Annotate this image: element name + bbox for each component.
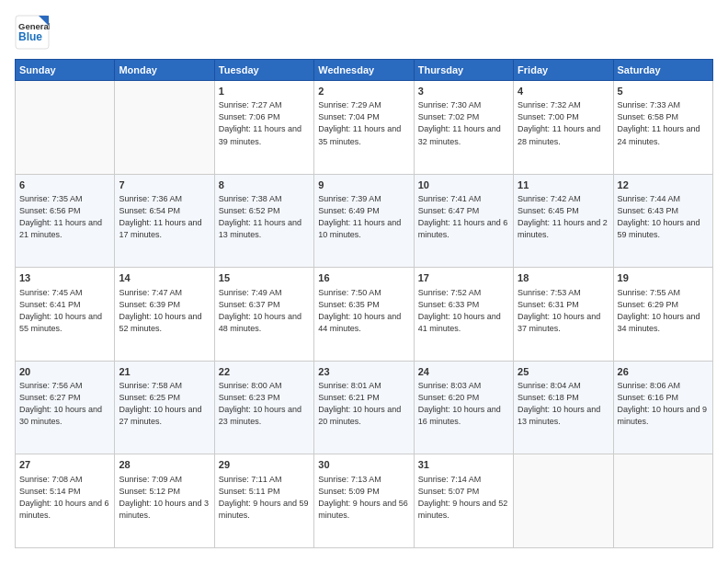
page: General Blue SundayMondayTuesdayWednesda… <box>0 0 728 563</box>
calendar-week-3: 13Sunrise: 7:45 AM Sunset: 6:41 PM Dayli… <box>16 268 713 362</box>
calendar-cell: 3Sunrise: 7:30 AM Sunset: 7:02 PM Daylig… <box>414 81 513 175</box>
calendar-cell: 18Sunrise: 7:53 AM Sunset: 6:31 PM Dayli… <box>514 268 613 362</box>
day-info: Sunrise: 7:30 AM Sunset: 7:02 PM Dayligh… <box>418 99 509 147</box>
day-info: Sunrise: 7:33 AM Sunset: 6:58 PM Dayligh… <box>618 99 709 147</box>
day-number: 18 <box>518 271 609 285</box>
calendar-cell: 14Sunrise: 7:47 AM Sunset: 6:39 PM Dayli… <box>115 268 214 362</box>
day-info: Sunrise: 7:49 AM Sunset: 6:37 PM Dayligh… <box>219 287 310 335</box>
day-number: 9 <box>318 178 409 192</box>
calendar-cell: 9Sunrise: 7:39 AM Sunset: 6:49 PM Daylig… <box>314 174 414 268</box>
day-info: Sunrise: 8:03 AM Sunset: 6:20 PM Dayligh… <box>418 380 509 428</box>
day-number: 15 <box>219 271 310 285</box>
day-info: Sunrise: 7:55 AM Sunset: 6:29 PM Dayligh… <box>618 287 709 335</box>
calendar-cell: 1Sunrise: 7:27 AM Sunset: 7:06 PM Daylig… <box>214 81 313 175</box>
day-info: Sunrise: 7:35 AM Sunset: 6:56 PM Dayligh… <box>19 193 110 241</box>
day-number: 24 <box>418 365 509 379</box>
logo-svg: General Blue <box>15 15 50 50</box>
calendar-cell: 24Sunrise: 8:03 AM Sunset: 6:20 PM Dayli… <box>414 361 513 454</box>
calendar-cell: 27Sunrise: 7:08 AM Sunset: 5:14 PM Dayli… <box>16 454 115 548</box>
day-number: 22 <box>219 365 310 379</box>
day-info: Sunrise: 7:41 AM Sunset: 6:47 PM Dayligh… <box>418 193 509 241</box>
calendar-week-4: 20Sunrise: 7:56 AM Sunset: 6:27 PM Dayli… <box>16 361 713 454</box>
calendar-cell: 19Sunrise: 7:55 AM Sunset: 6:29 PM Dayli… <box>613 268 712 362</box>
calendar-header: SundayMondayTuesdayWednesdayThursdayFrid… <box>16 60 713 81</box>
day-number: 29 <box>219 458 310 472</box>
calendar-cell: 7Sunrise: 7:36 AM Sunset: 6:54 PM Daylig… <box>115 174 214 268</box>
calendar-week-1: 1Sunrise: 7:27 AM Sunset: 7:06 PM Daylig… <box>16 81 713 175</box>
day-info: Sunrise: 7:11 AM Sunset: 5:11 PM Dayligh… <box>219 474 310 522</box>
weekday-header-monday: Monday <box>115 60 214 81</box>
day-info: Sunrise: 7:44 AM Sunset: 6:43 PM Dayligh… <box>618 193 709 241</box>
day-number: 5 <box>618 85 709 98</box>
calendar-cell: 10Sunrise: 7:41 AM Sunset: 6:47 PM Dayli… <box>414 174 513 268</box>
weekday-header-tuesday: Tuesday <box>214 60 313 81</box>
day-info: Sunrise: 7:39 AM Sunset: 6:49 PM Dayligh… <box>318 193 409 241</box>
day-info: Sunrise: 7:42 AM Sunset: 6:45 PM Dayligh… <box>518 193 609 241</box>
day-number: 25 <box>518 365 609 379</box>
calendar-cell: 31Sunrise: 7:14 AM Sunset: 5:07 PM Dayli… <box>414 454 513 548</box>
day-number: 8 <box>219 178 310 192</box>
day-info: Sunrise: 7:14 AM Sunset: 5:07 PM Dayligh… <box>418 474 509 522</box>
day-number: 23 <box>318 365 409 379</box>
day-info: Sunrise: 7:50 AM Sunset: 6:35 PM Dayligh… <box>318 287 409 335</box>
calendar-cell: 15Sunrise: 7:49 AM Sunset: 6:37 PM Dayli… <box>214 268 313 362</box>
day-info: Sunrise: 7:38 AM Sunset: 6:52 PM Dayligh… <box>219 193 310 241</box>
day-number: 11 <box>518 178 609 192</box>
day-number: 20 <box>19 365 110 379</box>
day-info: Sunrise: 7:08 AM Sunset: 5:14 PM Dayligh… <box>19 474 110 522</box>
day-number: 13 <box>19 271 110 285</box>
day-number: 21 <box>119 365 210 379</box>
calendar-cell <box>613 454 712 548</box>
calendar-cell: 20Sunrise: 7:56 AM Sunset: 6:27 PM Dayli… <box>16 361 115 454</box>
day-number: 19 <box>618 271 709 285</box>
day-number: 12 <box>618 178 709 192</box>
calendar-cell: 11Sunrise: 7:42 AM Sunset: 6:45 PM Dayli… <box>514 174 613 268</box>
calendar-cell: 30Sunrise: 7:13 AM Sunset: 5:09 PM Dayli… <box>314 454 414 548</box>
day-number: 31 <box>418 458 509 472</box>
calendar-cell: 4Sunrise: 7:32 AM Sunset: 7:00 PM Daylig… <box>514 81 613 175</box>
calendar-cell: 28Sunrise: 7:09 AM Sunset: 5:12 PM Dayli… <box>115 454 214 548</box>
calendar-cell: 25Sunrise: 8:04 AM Sunset: 6:18 PM Dayli… <box>514 361 613 454</box>
day-info: Sunrise: 8:04 AM Sunset: 6:18 PM Dayligh… <box>518 380 609 428</box>
header: General Blue <box>15 15 713 50</box>
day-info: Sunrise: 7:09 AM Sunset: 5:12 PM Dayligh… <box>119 474 210 522</box>
day-info: Sunrise: 7:13 AM Sunset: 5:09 PM Dayligh… <box>318 474 409 522</box>
day-number: 27 <box>19 458 110 472</box>
day-number: 17 <box>418 271 509 285</box>
day-number: 6 <box>19 178 110 192</box>
day-number: 30 <box>318 458 409 472</box>
day-info: Sunrise: 7:53 AM Sunset: 6:31 PM Dayligh… <box>518 287 609 335</box>
svg-text:Blue: Blue <box>18 30 42 43</box>
day-info: Sunrise: 7:32 AM Sunset: 7:00 PM Dayligh… <box>518 99 609 147</box>
day-number: 7 <box>119 178 210 192</box>
day-info: Sunrise: 7:56 AM Sunset: 6:27 PM Dayligh… <box>19 380 110 428</box>
calendar: SundayMondayTuesdayWednesdayThursdayFrid… <box>15 59 713 548</box>
weekday-header-wednesday: Wednesday <box>314 60 414 81</box>
calendar-cell: 6Sunrise: 7:35 AM Sunset: 6:56 PM Daylig… <box>16 174 115 268</box>
day-info: Sunrise: 7:36 AM Sunset: 6:54 PM Dayligh… <box>119 193 210 241</box>
day-number: 3 <box>418 85 509 98</box>
day-number: 28 <box>119 458 210 472</box>
day-info: Sunrise: 7:45 AM Sunset: 6:41 PM Dayligh… <box>19 287 110 335</box>
calendar-cell: 23Sunrise: 8:01 AM Sunset: 6:21 PM Dayli… <box>314 361 414 454</box>
day-number: 16 <box>318 271 409 285</box>
calendar-cell: 8Sunrise: 7:38 AM Sunset: 6:52 PM Daylig… <box>214 174 313 268</box>
day-info: Sunrise: 8:00 AM Sunset: 6:23 PM Dayligh… <box>219 380 310 428</box>
day-info: Sunrise: 7:52 AM Sunset: 6:33 PM Dayligh… <box>418 287 509 335</box>
weekday-header-saturday: Saturday <box>613 60 712 81</box>
day-number: 14 <box>119 271 210 285</box>
calendar-cell: 16Sunrise: 7:50 AM Sunset: 6:35 PM Dayli… <box>314 268 414 362</box>
calendar-cell: 17Sunrise: 7:52 AM Sunset: 6:33 PM Dayli… <box>414 268 513 362</box>
calendar-cell: 29Sunrise: 7:11 AM Sunset: 5:11 PM Dayli… <box>214 454 313 548</box>
calendar-cell: 12Sunrise: 7:44 AM Sunset: 6:43 PM Dayli… <box>613 174 712 268</box>
day-number: 2 <box>318 85 409 98</box>
calendar-cell: 22Sunrise: 8:00 AM Sunset: 6:23 PM Dayli… <box>214 361 313 454</box>
day-number: 4 <box>518 85 609 98</box>
day-info: Sunrise: 7:47 AM Sunset: 6:39 PM Dayligh… <box>119 287 210 335</box>
logo: General Blue <box>15 15 50 50</box>
day-number: 1 <box>219 85 310 98</box>
weekday-header-friday: Friday <box>514 60 613 81</box>
calendar-cell: 2Sunrise: 7:29 AM Sunset: 7:04 PM Daylig… <box>314 81 414 175</box>
day-info: Sunrise: 8:06 AM Sunset: 6:16 PM Dayligh… <box>618 380 709 428</box>
calendar-cell: 21Sunrise: 7:58 AM Sunset: 6:25 PM Dayli… <box>115 361 214 454</box>
